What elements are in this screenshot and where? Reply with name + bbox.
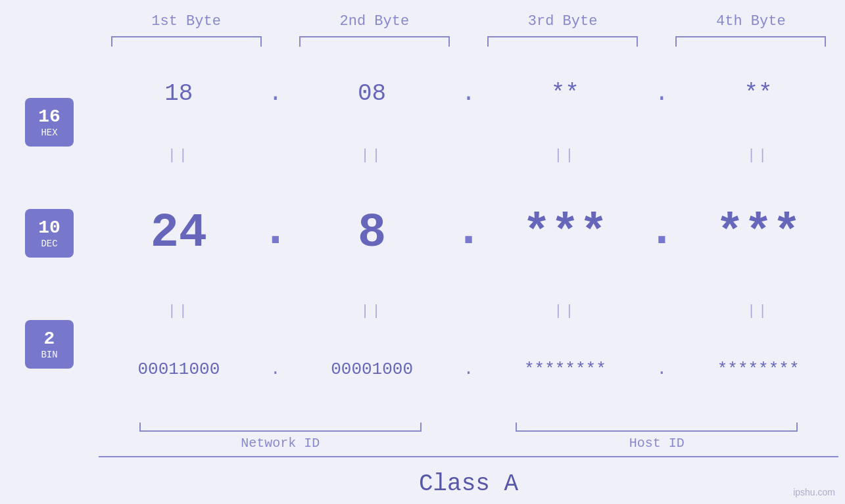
main-container: 1st Byte 2nd Byte 3rd Byte 4th Byte 16 H… (0, 0, 845, 504)
hex-dot-3: . (652, 80, 671, 107)
network-bracket-container (92, 423, 469, 432)
bin-dot-3: . (652, 359, 671, 379)
bin-byte-2: 00001000 (285, 359, 459, 379)
equals-row-1: || || || || (92, 147, 845, 164)
equals-1: || (92, 147, 266, 164)
bottom-section: Network ID Host ID Class A (0, 423, 845, 504)
network-id-label: Network ID (92, 436, 469, 451)
bracket-line-4 (675, 36, 826, 47)
dec-value-row: 24 . 8 . *** . *** (92, 204, 845, 263)
bin-dot-2: . (459, 359, 479, 379)
dec-label: DEC (41, 239, 57, 249)
watermark: ipshu.com (793, 487, 835, 497)
host-bracket-container (469, 423, 846, 432)
equals-2: || (285, 147, 459, 164)
id-labels-row: Network ID Host ID (92, 436, 845, 451)
network-bracket-line (139, 423, 422, 432)
byte-header-2: 2nd Byte (280, 7, 468, 36)
bin-value-row: 00011000 . 00001000 . ******** . *******… (92, 359, 845, 379)
hex-value-row: 18 . 08 . ** . ** (92, 80, 845, 107)
top-bracket-4 (657, 36, 845, 47)
bracket-line-1 (111, 36, 262, 47)
byte-headers-row: 1st Byte 2nd Byte 3rd Byte 4th Byte (0, 7, 845, 36)
hex-byte-3: ** (479, 80, 652, 107)
top-brackets-row (0, 36, 845, 47)
bin-byte-4: ******** (671, 359, 845, 379)
hex-number: 16 (38, 106, 60, 128)
hex-byte-2: 08 (285, 80, 459, 107)
equals-row-2: || || || || (92, 303, 845, 319)
bottom-brackets (92, 423, 845, 432)
equals-4: || (671, 147, 845, 164)
bin-number: 2 (44, 328, 55, 350)
dec-dot-2: . (459, 204, 479, 263)
equals-7: || (479, 303, 652, 319)
main-data-area: 16 HEX 10 DEC 2 BIN 18 . 08 . ** . ** (0, 60, 845, 419)
dec-number: 10 (38, 217, 60, 239)
bin-byte-1: 00011000 (92, 359, 266, 379)
host-id-label: Host ID (469, 436, 846, 451)
dec-byte-4: *** (671, 206, 845, 260)
top-bracket-3 (469, 36, 657, 47)
hex-badge: 16 HEX (25, 98, 74, 147)
class-label: Class A (92, 464, 845, 504)
host-bracket-line (516, 423, 798, 432)
base-labels-column: 16 HEX 10 DEC 2 BIN (0, 60, 92, 419)
byte-header-1: 1st Byte (92, 7, 280, 36)
top-bracket-1 (92, 36, 280, 47)
hex-byte-4: ** (671, 80, 845, 107)
bracket-line-3 (487, 36, 638, 47)
top-bracket-2 (280, 36, 468, 47)
hex-label: HEX (41, 127, 57, 138)
hex-byte-1: 18 (92, 80, 266, 107)
bin-badge: 2 BIN (25, 320, 74, 369)
dec-byte-2: 8 (285, 206, 459, 260)
byte-header-3: 3rd Byte (469, 7, 657, 36)
dec-byte-1: 24 (92, 206, 266, 260)
bin-dot-1: . (266, 359, 285, 379)
equals-3: || (479, 147, 652, 164)
dec-byte-3: *** (479, 206, 652, 260)
data-rows-area: 18 . 08 . ** . ** || || || || 24 (92, 60, 845, 419)
full-bottom-bracket (99, 456, 838, 457)
hex-dot-2: . (459, 80, 479, 107)
equals-8: || (671, 303, 845, 319)
byte-header-4: 4th Byte (657, 7, 845, 36)
bin-byte-3: ******** (479, 359, 652, 379)
dec-badge: 10 DEC (25, 209, 74, 258)
dec-dot-1: . (266, 204, 285, 263)
dec-dot-3: . (652, 204, 671, 263)
bracket-line-2 (299, 36, 450, 47)
equals-5: || (92, 303, 266, 319)
equals-6: || (285, 303, 459, 319)
bin-label: BIN (41, 350, 57, 360)
hex-dot-1: . (266, 80, 285, 107)
